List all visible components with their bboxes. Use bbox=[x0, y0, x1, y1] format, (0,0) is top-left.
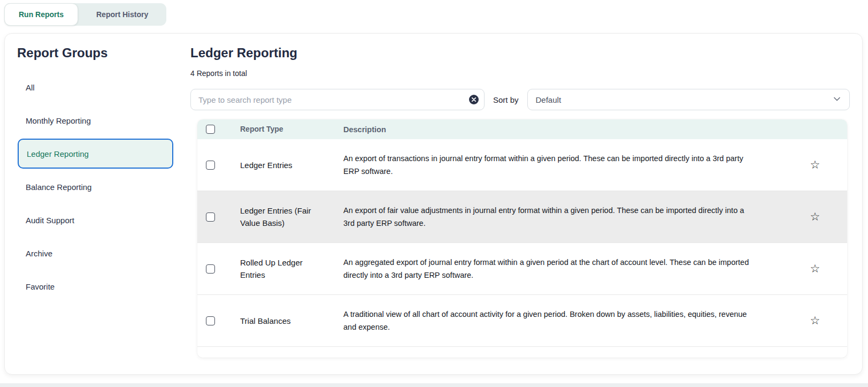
tab-run-reports-label: Run Reports bbox=[19, 10, 64, 19]
description-cell: An export of fair value adjustments in j… bbox=[343, 204, 750, 230]
sidebar-item-label: Favorite bbox=[26, 282, 55, 291]
sidebar-item-archive[interactable]: Archive bbox=[5, 237, 181, 270]
header-check-cell bbox=[197, 125, 240, 134]
row-check-cell bbox=[197, 161, 240, 170]
report-type-cell: Ledger Entries bbox=[240, 159, 343, 171]
row-checkbox[interactable] bbox=[206, 264, 215, 274]
sort-by-label: Sort by bbox=[493, 95, 519, 104]
description-cell: An export of transactions in journal ent… bbox=[343, 152, 750, 178]
page-bottom-strip bbox=[0, 383, 868, 387]
report-type-cell: Rolled Up Ledger Entries bbox=[240, 256, 343, 281]
sort-select[interactable]: Default bbox=[527, 89, 850, 110]
search-field-wrap bbox=[190, 89, 485, 110]
table-row: Trial Balances A traditional view of all… bbox=[197, 295, 847, 347]
sidebar-item-ledger-reporting[interactable]: Ledger Reporting bbox=[18, 139, 173, 169]
page-title: Ledger Reporting bbox=[190, 45, 297, 60]
select-all-checkbox[interactable] bbox=[206, 125, 215, 134]
row-star-cell: ☆ bbox=[799, 315, 831, 327]
header-report-type: Report Type bbox=[240, 123, 343, 135]
tab-report-history[interactable]: Report History bbox=[78, 3, 166, 26]
tab-run-reports[interactable]: Run Reports bbox=[4, 3, 78, 26]
sidebar-item-label: Archive bbox=[26, 249, 52, 258]
description-cell: A traditional view of all chart of accou… bbox=[343, 308, 750, 333]
row-checkbox[interactable] bbox=[206, 213, 215, 222]
search-input[interactable] bbox=[190, 89, 485, 110]
sidebar-item-audit-support[interactable]: Audit Support bbox=[5, 203, 181, 237]
main-content: Ledger Reporting 4 Reports in total Sort… bbox=[190, 34, 854, 374]
sidebar-item-balance-reporting[interactable]: Balance Reporting bbox=[5, 170, 181, 203]
row-checkbox[interactable] bbox=[206, 161, 215, 170]
row-checkbox[interactable] bbox=[206, 316, 215, 325]
table-row: Ledger Entries An export of transactions… bbox=[197, 139, 847, 191]
sidebar-item-label: Audit Support bbox=[26, 216, 74, 225]
favorite-star-icon[interactable]: ☆ bbox=[810, 263, 820, 275]
clear-search-button[interactable] bbox=[469, 95, 479, 104]
table-header-row: Report Type Description bbox=[197, 119, 847, 139]
reports-table: Report Type Description Ledger Entries A… bbox=[197, 119, 847, 358]
favorite-star-icon[interactable]: ☆ bbox=[810, 211, 820, 223]
table-row: Ledger Entries (Fair Value Basis) An exp… bbox=[197, 191, 847, 243]
sort-select-value: Default bbox=[536, 95, 562, 104]
row-star-cell: ☆ bbox=[799, 160, 831, 171]
table-row: Rolled Up Ledger Entries An aggregated e… bbox=[197, 243, 847, 295]
row-star-cell: ☆ bbox=[799, 211, 831, 223]
report-count: 4 Reports in total bbox=[190, 69, 247, 78]
sidebar-item-favorite[interactable]: Favorite bbox=[5, 270, 181, 303]
chevron-down-icon bbox=[833, 95, 841, 105]
reports-card: Report Groups All Monthly Reporting Ledg… bbox=[4, 33, 863, 375]
sidebar-item-monthly-reporting[interactable]: Monthly Reporting bbox=[5, 104, 181, 137]
favorite-star-icon[interactable]: ☆ bbox=[810, 315, 820, 327]
description-cell: An aggregated export of journal entry fo… bbox=[343, 256, 750, 282]
sidebar-title: Report Groups bbox=[17, 45, 107, 60]
sidebar-item-label: Ledger Reporting bbox=[27, 149, 89, 158]
reports-tabbar: Run Reports Report History bbox=[4, 3, 166, 26]
x-circle-icon bbox=[469, 98, 479, 106]
report-groups-sidebar: Report Groups All Monthly Reporting Ledg… bbox=[5, 34, 187, 374]
report-groups-nav: All Monthly Reporting Ledger Reporting B… bbox=[5, 71, 181, 303]
favorite-star-icon[interactable]: ☆ bbox=[810, 160, 820, 171]
row-check-cell bbox=[197, 316, 240, 325]
sidebar-item-all[interactable]: All bbox=[5, 71, 181, 104]
sidebar-item-label: Monthly Reporting bbox=[26, 116, 91, 125]
row-check-cell bbox=[197, 213, 240, 222]
tab-report-history-label: Report History bbox=[96, 10, 148, 19]
sidebar-item-label: All bbox=[26, 83, 35, 92]
report-type-cell: Ledger Entries (Fair Value Basis) bbox=[240, 204, 343, 229]
controls-row: Sort by Default bbox=[190, 89, 851, 110]
header-description: Description bbox=[343, 123, 750, 136]
row-star-cell: ☆ bbox=[799, 263, 831, 275]
row-check-cell bbox=[197, 264, 240, 274]
report-type-cell: Trial Balances bbox=[240, 315, 343, 327]
sidebar-item-label: Balance Reporting bbox=[26, 183, 91, 192]
